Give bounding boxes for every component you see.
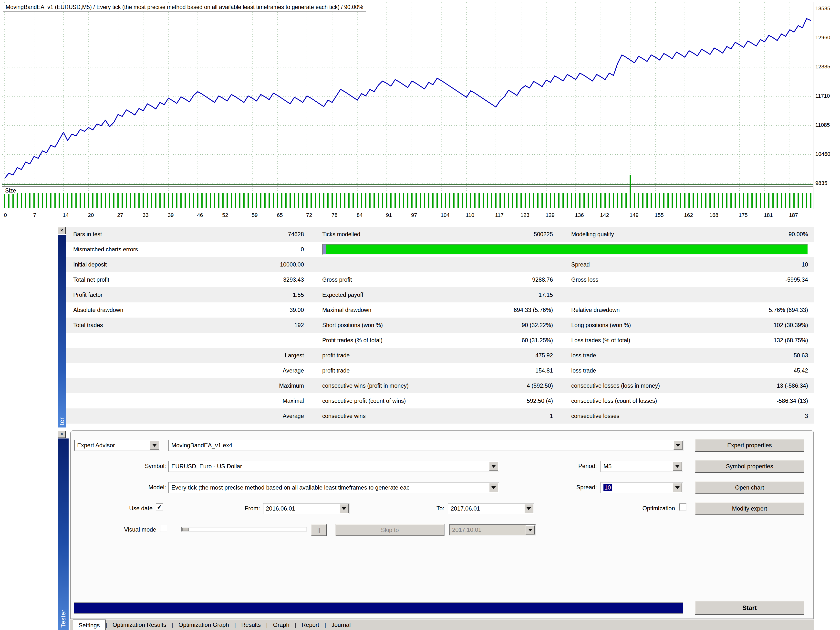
tab-report[interactable]: Report xyxy=(296,619,324,630)
report-label: consecutive wins xyxy=(322,413,434,419)
report-value: -586.34 (13) xyxy=(686,398,808,404)
expert-type-select[interactable]: Expert Advisor xyxy=(74,440,160,451)
report-value: 90.00% xyxy=(686,231,808,238)
dropdown-arrow-icon[interactable] xyxy=(489,483,498,492)
dropdown-arrow-icon[interactable] xyxy=(150,441,159,450)
report-label: Ticks modelled xyxy=(322,231,434,238)
open-chart-button[interactable]: Open chart xyxy=(695,481,804,494)
x-axis-label: 97 xyxy=(411,212,417,218)
dropdown-arrow-icon[interactable] xyxy=(339,504,349,513)
x-axis-label: 14 xyxy=(63,212,69,218)
report-value: 13 (-586.34) xyxy=(686,383,808,389)
skip-to-button[interactable]: Skip to xyxy=(335,524,444,536)
report-label: consecutive losses (loss in money) xyxy=(571,383,686,389)
optimization-label: Optimization xyxy=(624,505,675,512)
report-value: 500225 xyxy=(434,231,553,238)
report-row: Averageconsecutive wins1consecutive loss… xyxy=(66,408,814,424)
balance-chart: MovingBandEA_v1 (EURUSD,M5) / Every tick… xyxy=(2,2,813,209)
spread-value: 10 xyxy=(603,484,612,491)
use-date-label: Use date xyxy=(104,505,153,512)
close-icon: × xyxy=(60,227,63,233)
tester-close-button[interactable]: × xyxy=(58,431,66,438)
symbol-select[interactable]: EURUSD, Euro - US Dollar xyxy=(169,461,499,472)
x-axis-label: 7 xyxy=(33,212,36,218)
dropdown-arrow-icon[interactable] xyxy=(489,462,498,471)
dropdown-arrow-icon[interactable] xyxy=(673,462,682,471)
report-value: -50.63 xyxy=(686,352,808,359)
tab-results[interactable]: Results xyxy=(236,619,266,630)
from-date-select[interactable]: 2016.06.01 xyxy=(263,503,350,514)
balance-chart-svg xyxy=(2,2,813,209)
report-label: consecutive losses xyxy=(571,413,686,419)
tester-panel-grip[interactable]: Tester xyxy=(58,438,69,630)
report-value: 60 (31.25%) xyxy=(434,337,553,344)
tab-graph[interactable]: Graph xyxy=(268,619,295,630)
tab-optimization-results[interactable]: Optimization Results xyxy=(107,619,172,630)
x-axis-label: 59 xyxy=(252,212,257,218)
optimization-checkbox[interactable] xyxy=(679,503,687,511)
model-select[interactable]: Every tick (the most precise method base… xyxy=(169,482,499,493)
skip-to-date-select: 2017.10.01 xyxy=(449,524,536,535)
report-value: Average xyxy=(189,413,304,419)
symbol-label: Symbol: xyxy=(117,463,166,470)
y-axis-label: 10460 xyxy=(815,151,830,157)
report-value: 132 (68.75%) xyxy=(686,337,808,344)
report-value: 1 xyxy=(434,413,553,419)
report-label: consecutive profit (count of wins) xyxy=(322,398,434,404)
x-axis-label: 84 xyxy=(357,212,363,218)
tab-optimization-graph[interactable]: Optimization Graph xyxy=(173,619,234,630)
report-label: loss trade xyxy=(571,352,686,359)
dropdown-arrow-icon[interactable] xyxy=(524,504,534,513)
x-axis-label: 136 xyxy=(575,212,584,218)
visual-mode-checkbox[interactable] xyxy=(160,525,167,532)
report-label: Spread xyxy=(571,261,686,268)
symbol-properties-button[interactable]: Symbol properties xyxy=(695,460,804,473)
report-value: 694.33 (5.76%) xyxy=(434,307,553,313)
x-axis-label: 187 xyxy=(789,212,798,218)
modelling-quality-bar xyxy=(322,244,808,255)
tab-settings[interactable]: Settings xyxy=(73,619,106,630)
report-value: 0 xyxy=(189,246,304,253)
report-value: 9288.76 xyxy=(434,277,553,283)
from-label: From: xyxy=(231,505,260,512)
use-date-checkbox[interactable]: ✔ xyxy=(156,503,163,511)
pause-button[interactable]: || xyxy=(311,524,327,536)
report-label: profit trade xyxy=(322,352,434,359)
dropdown-arrow-icon[interactable] xyxy=(673,441,682,450)
report-value: Largest xyxy=(189,352,304,359)
report-label: profit trade xyxy=(322,367,434,374)
symbol-value: EURUSD, Euro - US Dollar xyxy=(171,463,242,470)
visual-speed-slider[interactable] xyxy=(181,527,307,532)
to-date-select[interactable]: 2017.06.01 xyxy=(448,503,534,514)
spread-label: Spread: xyxy=(557,484,597,491)
report-label: Maximal drawdown xyxy=(322,307,434,313)
report-label: Mismatched charts errors xyxy=(66,246,189,253)
period-select[interactable]: M5 xyxy=(600,461,683,472)
report-label: Bars in test xyxy=(66,231,189,238)
period-value: M5 xyxy=(603,463,611,470)
expert-properties-button[interactable]: Expert properties xyxy=(695,439,804,452)
y-axis-label: 11710 xyxy=(815,93,830,99)
start-button[interactable]: Start xyxy=(695,601,804,614)
x-axis-label: 104 xyxy=(441,212,450,218)
expert-file-select[interactable]: MovingBandEA_v1.ex4 xyxy=(169,440,684,451)
close-icon: × xyxy=(60,431,63,437)
chart-y-axis: 1358512960123351171011085104609835 xyxy=(815,2,840,212)
x-axis-label: 52 xyxy=(222,212,228,218)
report-panel-grip[interactable]: ter xyxy=(58,235,66,427)
x-axis-label: 39 xyxy=(168,212,174,218)
report-value: 475.92 xyxy=(434,352,553,359)
report-value: 3293.43 xyxy=(189,277,304,283)
strategy-tester-window: MovingBandEA_v1 (EURUSD,M5) / Every tick… xyxy=(0,0,840,630)
tab-journal[interactable]: Journal xyxy=(326,619,356,630)
spread-select[interactable]: 10 xyxy=(600,482,683,493)
report-label: Expected payoff xyxy=(322,292,434,298)
report-label: Long positions (won %) xyxy=(571,322,686,329)
report-value: -5995.34 xyxy=(686,277,808,283)
dropdown-arrow-icon[interactable] xyxy=(673,483,682,492)
x-axis-label: 142 xyxy=(600,212,609,218)
report-close-button[interactable]: × xyxy=(58,227,66,234)
x-axis-label: 27 xyxy=(117,212,123,218)
slider-thumb[interactable] xyxy=(182,528,189,531)
modify-expert-button[interactable]: Modify expert xyxy=(695,502,804,515)
